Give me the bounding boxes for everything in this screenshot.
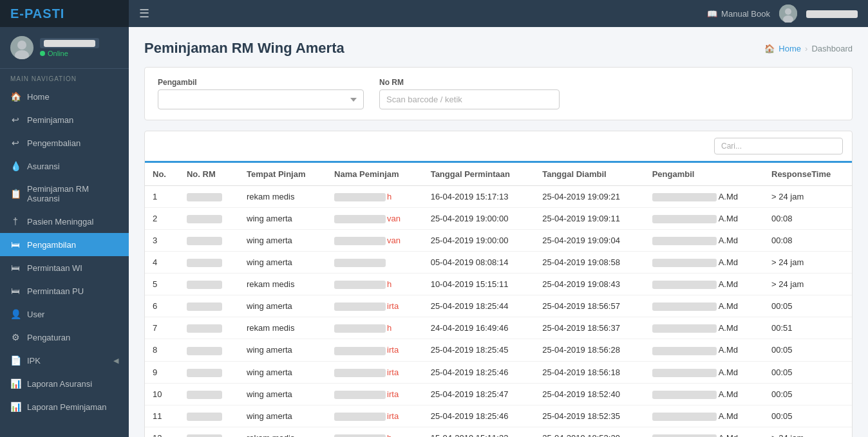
sidebar-item-pengaturan[interactable]: ⚙ Pengaturan [0,326,129,349]
breadcrumb: 🏠 Home › Dashboard [764,44,853,53]
cell-tanggal-diambil: 25-04-2019 19:09:21 [534,186,644,208]
sidebar-item-laporan-peminjaman[interactable]: 📊 Laporan Peminjaman [0,395,129,418]
sidebar-item-peminjaman-rm-asuransi[interactable]: 📋 Peminjaman RM Asuransi [0,178,129,210]
cell-pengambil: A.Md [645,405,764,427]
nav-label: MAIN NAVIGATION [0,69,129,85]
no-rm-input[interactable] [379,89,560,109]
cell-pengambil: A.Md [645,317,764,339]
cell-no-rm [179,405,239,427]
filter-card: Pengambil No RM [144,67,853,120]
cell-response-time: 00:51 [764,317,852,339]
sidebar-item-user[interactable]: 👤 User [0,302,129,326]
page-header: Peminjaman RM Wing Amerta 🏠 Home › Dashb… [144,40,853,57]
sidebar-item-home[interactable]: 🏠 Home [0,85,129,108]
col-tanggal-permintaan: Tanggal Permintaan [423,163,535,186]
cell-tempat-pinjam: wing amerta [239,383,326,405]
search-input[interactable] [714,138,843,154]
sidebar-user-panel: Online [0,27,129,69]
peminjaman-rm-icon: 📋 [10,189,21,199]
cell-response-time: > 24 jam [764,427,852,437]
cell-tempat-pinjam: wing amerta [239,230,326,252]
cell-no-rm [179,252,239,274]
cell-tanggal-diambil: 25-04-2019 18:56:18 [534,361,644,383]
sidebar-item-asuransi[interactable]: 💧 Asuransi [0,154,129,178]
cell-tanggal-diambil: 25-04-2019 19:08:58 [534,252,644,274]
cell-nama-peminjam: irta [326,295,423,317]
sidebar-item-pasien-meninggal[interactable]: † Pasien Meninggal [0,210,129,233]
cell-tanggal-diambil: 25-04-2019 18:56:28 [534,339,644,361]
col-nama-peminjam: Nama Peminjam [326,163,423,186]
pengambil-label: Pengambil [158,78,364,87]
table-row: 3wing amertavan25-04-2019 19:00:0025-04-… [145,230,852,252]
cell-tempat-pinjam: wing amerta [239,252,326,274]
sidebar-item-label: Pengembalian [27,138,80,148]
manual-book-link[interactable]: 📖 Manual Book [707,9,770,19]
sidebar-item-label: Permintaan PU [27,286,84,296]
cell-no-rm [179,317,239,339]
topbar: ☰ 📖 Manual Book [129,0,868,27]
sidebar-item-pengambilan[interactable]: 🛏 Pengambilan [0,233,129,256]
table-card-header [145,131,852,163]
cell-tanggal-permintaan: 24-04-2019 16:49:46 [423,317,535,339]
cell-tanggal-permintaan: 16-04-2019 15:17:13 [423,186,535,208]
table-header-row: No. No. RM Tempat Pinjam Nama Peminjam T… [145,163,852,186]
cell-nama-peminjam: irta [326,361,423,383]
sidebar-item-label: Permintaan WI [27,263,82,273]
cell-tanggal-permintaan: 15-04-2019 15:11:33 [423,427,535,437]
cell-no: 9 [145,361,179,383]
sidebar-item-laporan-asuransi[interactable]: 📊 Laporan Asuransi [0,372,129,395]
sidebar-item-label: Laporan Asuransi [27,379,92,389]
cell-nama-peminjam: irta [326,405,423,427]
sidebar-item-ipk[interactable]: 📄 IPK ◀ [0,349,129,372]
breadcrumb-current: Dashboard [811,44,853,53]
cell-tanggal-diambil: 25-04-2019 18:56:57 [534,295,644,317]
cell-pengambil: A.Md [645,383,764,405]
cell-nama-peminjam: van [326,208,423,230]
table-body: 1rekam medish16-04-2019 15:17:1325-04-20… [145,186,852,438]
main-content: ☰ 📖 Manual Book Peminjaman RM Wing Amert… [129,0,868,437]
cell-pengambil: A.Md [645,295,764,317]
cell-response-time: 00:05 [764,361,852,383]
status-indicator [40,51,45,56]
sidebar-item-label: Home [27,92,50,102]
sidebar-item-pengembalian[interactable]: ↩ Pengembalian [0,131,129,154]
cell-tanggal-diambil: 25-04-2019 18:56:37 [534,317,644,339]
cell-response-time: 00:05 [764,405,852,427]
cell-pengambil: A.Md [645,252,764,274]
page-title: Peminjaman RM Wing Amerta [144,40,344,57]
table-row: 12rekam medish15-04-2019 15:11:3325-04-2… [145,427,852,437]
filter-group-no-rm: No RM [379,78,560,109]
sidebar-item-peminjaman[interactable]: ↩ Peminjaman [0,108,129,131]
cell-tanggal-permintaan: 10-04-2019 15:15:11 [423,274,535,295]
sidebar-item-label: Laporan Peminjaman [27,402,107,412]
cell-no: 7 [145,317,179,339]
sidebar-item-label: User [27,310,44,319]
app-logo: E-PASTI [0,0,129,27]
col-pengambil: Pengambil [645,163,764,186]
laporan-peminjaman-icon: 📊 [10,402,21,412]
hamburger-icon[interactable]: ☰ [139,6,149,21]
cell-no: 6 [145,295,179,317]
cell-tanggal-diambil: 25-04-2019 18:52:35 [534,405,644,427]
pengambil-select[interactable] [158,89,364,109]
topbar-left: ☰ [139,6,149,21]
cell-nama-peminjam: h [326,274,423,295]
cell-tanggal-permintaan: 05-04-2019 08:08:14 [423,252,535,274]
cell-pengambil: A.Md [645,427,764,437]
sidebar-item-permintaan-wi[interactable]: 🛏 Permintaan WI [0,256,129,279]
sidebar-item-label: Pasien Meninggal [27,217,93,227]
filter-group-pengambil: Pengambil [158,78,364,109]
cell-nama-peminjam: h [326,186,423,208]
table-row: 11wing amertairta25-04-2019 18:25:4625-0… [145,405,852,427]
cell-tanggal-permintaan: 25-04-2019 19:00:00 [423,208,535,230]
cell-no-rm [179,274,239,295]
cell-pengambil: A.Md [645,230,764,252]
ipk-icon: 📄 [10,355,21,366]
sidebar-status: Online [40,50,99,57]
sidebar-item-permintaan-pu[interactable]: 🛏 Permintaan PU [0,279,129,302]
cell-no: 5 [145,274,179,295]
asuransi-icon: 💧 [10,161,21,171]
laporan-asuransi-icon: 📊 [10,378,21,389]
breadcrumb-home[interactable]: Home [778,44,801,53]
breadcrumb-separator: › [805,44,807,53]
